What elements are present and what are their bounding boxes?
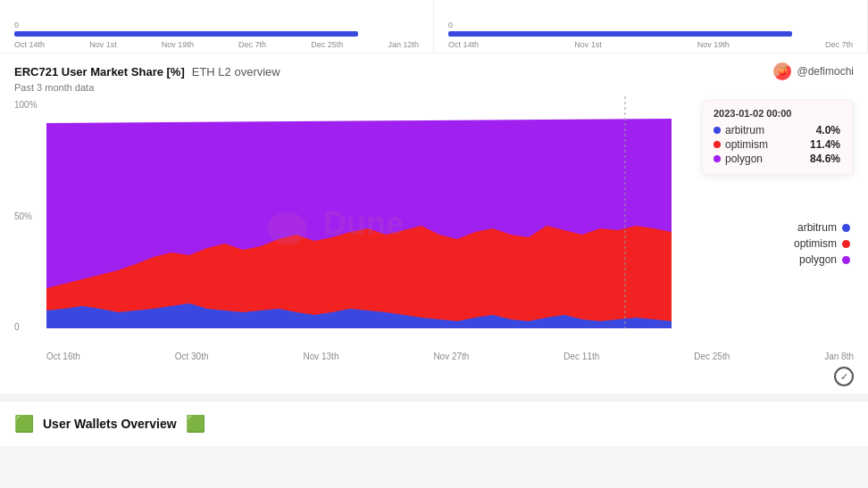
tooltip-left-optimism: optimism xyxy=(714,138,768,151)
top-chart-right-labels: Oct 14th Nov 1st Nov 19th Dec 7th xyxy=(448,40,853,49)
past-data-label: Past 3 month data xyxy=(0,80,868,93)
bottom-icon-left: 🟩 xyxy=(14,414,34,434)
author-avatar-icon: 🍑 xyxy=(778,67,788,76)
tooltip-row-arbitrum: arbitrum 4.0% xyxy=(714,124,840,136)
legend-label-optimism: optimism xyxy=(794,237,837,250)
tooltip-val-arbitrum: 4.0% xyxy=(816,124,840,136)
x-label-nov27: Nov 27th xyxy=(433,352,469,361)
x-label-oct30: Oct 30th xyxy=(175,352,209,361)
tooltip-label-arbitrum: arbitrum xyxy=(725,124,764,136)
r-label-nov19: Nov 19th xyxy=(697,40,730,49)
label-dec7: Dec 7th xyxy=(238,40,266,49)
bottom-icon-right: 🟩 xyxy=(186,414,205,434)
x-axis-labels: Oct 16th Oct 30th Nov 13th Nov 27th Dec … xyxy=(14,350,854,361)
top-chart-right: 0 Oct 14th Nov 1st Nov 19th Dec 7th xyxy=(434,0,868,53)
legend-dot-polygon xyxy=(842,256,850,264)
chart-title-group: ERC721 User Market Share [%] ETH L2 over… xyxy=(14,65,280,79)
y-label-0: 0 xyxy=(14,322,41,332)
legend-box: arbitrum optimism polygon xyxy=(794,221,854,266)
check-icon-row: ✓ xyxy=(0,361,868,393)
tooltip-dot-polygon xyxy=(714,155,721,162)
y-label-100: 100% xyxy=(14,100,41,110)
x-label-oct16: Oct 16th xyxy=(46,352,80,361)
main-chart-section: ERC721 User Market Share [%] ETH L2 over… xyxy=(0,54,868,393)
tooltip-dot-arbitrum xyxy=(714,127,721,134)
x-label-dec11: Dec 11th xyxy=(563,352,599,361)
legend-row-polygon: polygon xyxy=(794,253,850,266)
tooltip-date: 2023-01-02 00:00 xyxy=(714,108,840,119)
chart-y-axis: 100% 50% 0 xyxy=(14,96,46,350)
top-charts-bar: 0 Oct 14th Nov 1st Nov 19th Dec 7th Dec … xyxy=(0,0,868,54)
x-label-nov13: Nov 13th xyxy=(303,352,338,361)
check-icon[interactable]: ✓ xyxy=(834,367,854,386)
chart-author: 🍑 @defimochi xyxy=(773,62,854,80)
top-chart-right-bar xyxy=(448,31,792,37)
watermark-text: Dune xyxy=(323,205,404,242)
chart-subtitle: ETH L2 overview xyxy=(192,65,280,79)
r-label-nov1: Nov 1st xyxy=(574,40,602,49)
tooltip-box: 2023-01-02 00:00 arbitrum 4.0% optimism xyxy=(702,100,854,175)
author-name: @defimochi xyxy=(797,65,854,78)
x-label-dec25: Dec 25th xyxy=(694,352,730,361)
legend-row-optimism: optimism xyxy=(794,237,850,250)
chart-header: ERC721 User Market Share [%] ETH L2 over… xyxy=(0,54,868,80)
legend-dot-optimism xyxy=(842,240,850,248)
legend-dot-arbitrum xyxy=(842,224,850,232)
watermark-logo xyxy=(268,212,307,244)
bottom-section: 🟩 User Wallets Overview 🟩 xyxy=(0,401,868,446)
top-chart-left: 0 Oct 14th Nov 1st Nov 19th Dec 7th Dec … xyxy=(0,0,434,53)
tooltip-val-polygon: 84.6% xyxy=(810,153,840,165)
top-chart-left-labels: Oct 14th Nov 1st Nov 19th Dec 7th Dec 25… xyxy=(14,40,419,49)
chart-svg: Dune xyxy=(46,96,672,346)
chart-container: 100% 50% 0 xyxy=(0,96,868,361)
chart-wrapper: 100% 50% 0 xyxy=(14,96,854,350)
r-label-dec7: Dec 7th xyxy=(825,40,853,49)
label-nov19: Nov 19th xyxy=(162,40,194,49)
label-dec25: Dec 25th xyxy=(311,40,343,49)
top-chart-left-bar xyxy=(14,31,358,37)
x-label-jan8: Jan 8th xyxy=(824,352,854,361)
bottom-title: User Wallets Overview xyxy=(43,417,177,431)
tooltip-label-optimism: optimism xyxy=(725,138,768,151)
top-chart-right-zero: 0 xyxy=(448,21,853,29)
y-label-50: 50% xyxy=(14,211,41,221)
legend-label-arbitrum: arbitrum xyxy=(797,221,837,234)
legend-row-arbitrum: arbitrum xyxy=(794,221,850,234)
tooltip-dot-optimism xyxy=(714,141,721,148)
tooltip-row-optimism: optimism 11.4% xyxy=(714,138,840,151)
tooltip-left-arbitrum: arbitrum xyxy=(714,124,764,136)
legend-label-polygon: polygon xyxy=(799,253,837,266)
author-avatar: 🍑 xyxy=(773,62,791,80)
tooltip-val-optimism: 11.4% xyxy=(810,138,840,151)
tooltip-label-polygon: polygon xyxy=(725,153,763,165)
tooltip-left-polygon: polygon xyxy=(714,153,763,165)
chart-svg-area[interactable]: Dune 2023-01-02 00:00 arbitrum 4.0% xyxy=(46,96,854,350)
tooltip-row-polygon: polygon 84.6% xyxy=(714,153,840,165)
label-oct14: Oct 14th xyxy=(14,40,45,49)
chart-title: ERC721 User Market Share [%] xyxy=(14,65,185,79)
top-chart-left-zero: 0 xyxy=(14,21,419,29)
r-label-oct14: Oct 14th xyxy=(448,40,479,49)
label-jan12: Jan 12th xyxy=(388,40,419,49)
label-nov1: Nov 1st xyxy=(89,40,117,49)
